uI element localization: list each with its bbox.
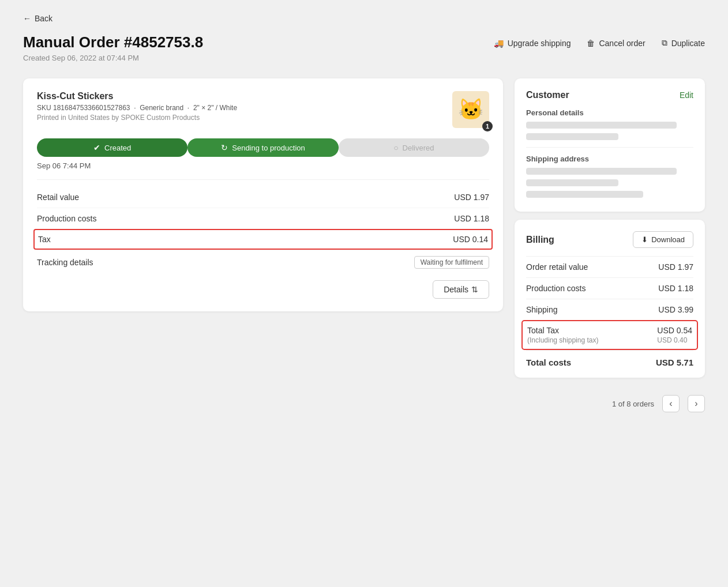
step-created-label: Created bbox=[104, 144, 131, 152]
product-card: Kiss-Cut Stickers SKU 181684753366015278… bbox=[23, 78, 503, 311]
tracking-badge: Waiting for fulfilment bbox=[414, 256, 489, 269]
truck-icon: 🚚 bbox=[494, 39, 504, 48]
download-icon: ⬇ bbox=[641, 235, 648, 244]
billing-card: Billing ⬇ Download Order retail value US… bbox=[515, 220, 705, 378]
total-costs-row: Total costs USD 5.71 bbox=[526, 350, 693, 368]
personal-details-subtitle: Personal details bbox=[526, 108, 693, 117]
trash-icon: 🗑 bbox=[587, 39, 595, 48]
total-costs-value: USD 5.71 bbox=[656, 358, 693, 367]
tax-label: Tax bbox=[38, 235, 51, 244]
clearfix: Details ⇅ bbox=[37, 274, 489, 299]
retail-value: USD 1.97 bbox=[454, 193, 489, 202]
including-shipping-label: (Including shipping tax) bbox=[527, 336, 598, 344]
step-sending-label: Sending to production bbox=[232, 144, 305, 152]
page-subtitle: Created Sep 06, 2022 at 07:44 PM bbox=[23, 54, 203, 62]
circle-icon: ○ bbox=[393, 143, 398, 152]
shipping-blur-1 bbox=[526, 168, 677, 175]
back-label: Back bbox=[35, 14, 52, 23]
shipping-label: Shipping bbox=[526, 305, 558, 314]
retail-value-label: Retail value bbox=[37, 193, 79, 202]
total-tax-value: USD 0.54 bbox=[657, 326, 692, 335]
production-costs-label: Production costs bbox=[37, 214, 97, 223]
duplicate-icon: ⧉ bbox=[662, 38, 667, 48]
order-retail-row: Order retail value USD 1.97 bbox=[526, 256, 693, 277]
cancel-order-label: Cancel order bbox=[599, 39, 645, 48]
chevron-left-icon: ‹ bbox=[669, 398, 672, 409]
total-tax-right: USD 0.54 USD 0.40 bbox=[657, 326, 692, 344]
tracking-row: Tracking details Waiting for fulfilment bbox=[37, 250, 489, 274]
upgrade-shipping-button[interactable]: 🚚 Upgrade shipping bbox=[494, 39, 571, 48]
shipping-blur-3 bbox=[526, 191, 643, 198]
total-costs-label: Total costs bbox=[526, 358, 571, 367]
billing-title: Billing bbox=[526, 235, 554, 245]
page-header: Manual Order #4852753.8 Created Sep 06, … bbox=[23, 33, 705, 62]
details-label: Details bbox=[444, 285, 468, 294]
product-title: Kiss-Cut Stickers bbox=[37, 91, 237, 101]
customer-card: Customer Edit Personal details Shipping … bbox=[515, 78, 705, 212]
pagination-next-button[interactable]: › bbox=[688, 395, 705, 412]
chevron-right-icon: › bbox=[695, 398, 697, 409]
page-title: Manual Order #4852753.8 bbox=[23, 33, 203, 51]
refresh-icon: ↻ bbox=[221, 143, 228, 152]
step-sending-production: ↻ Sending to production bbox=[187, 138, 338, 157]
product-count-badge: 1 bbox=[482, 121, 493, 131]
total-tax-label: Total Tax bbox=[527, 326, 598, 335]
pagination-text: 1 of 8 orders bbox=[612, 400, 654, 408]
upgrade-shipping-label: Upgrade shipping bbox=[508, 39, 571, 48]
step-date: Sep 06 7:44 PM bbox=[37, 161, 489, 170]
product-info: Kiss-Cut Stickers SKU 181684753366015278… bbox=[37, 91, 237, 122]
header-left: Manual Order #4852753.8 Created Sep 06, … bbox=[23, 33, 203, 62]
back-arrow-icon: ← bbox=[23, 14, 31, 23]
duplicate-label: Duplicate bbox=[671, 39, 705, 48]
right-panel: Customer Edit Personal details Shipping … bbox=[515, 78, 705, 416]
including-shipping-value: USD 0.40 bbox=[657, 336, 687, 344]
download-label: Download bbox=[651, 235, 685, 244]
cancel-order-button[interactable]: 🗑 Cancel order bbox=[587, 39, 645, 48]
order-retail-value: USD 1.97 bbox=[658, 262, 693, 272]
personal-details-blur-2 bbox=[526, 133, 618, 140]
customer-divider bbox=[526, 147, 693, 148]
product-sku: SKU 18168475336601527863 · Generic brand… bbox=[37, 104, 237, 112]
tax-row: Tax USD 0.14 bbox=[33, 229, 493, 250]
download-button[interactable]: ⬇ Download bbox=[633, 231, 693, 248]
production-costs-value: USD 1.18 bbox=[454, 214, 489, 223]
tracking-label: Tracking details bbox=[37, 258, 93, 267]
billing-production-row: Production costs USD 1.18 bbox=[526, 277, 693, 299]
product-header: Kiss-Cut Stickers SKU 181684753366015278… bbox=[37, 91, 489, 128]
step-created: ✔ Created bbox=[37, 138, 187, 157]
pagination-prev-button[interactable]: ‹ bbox=[662, 395, 680, 412]
total-tax-row: Total Tax (Including shipping tax) USD 0… bbox=[521, 320, 698, 350]
edit-customer-button[interactable]: Edit bbox=[680, 91, 693, 100]
billing-card-header: Billing ⬇ Download bbox=[526, 231, 693, 248]
header-actions: 🚚 Upgrade shipping 🗑 Cancel order ⧉ Dupl… bbox=[494, 38, 705, 48]
customer-card-header: Customer Edit bbox=[526, 90, 693, 100]
step-delivered: ○ Delivered bbox=[339, 138, 489, 157]
printed-by: Printed in United States by SPOKE Custom… bbox=[37, 114, 237, 122]
progress-steps: ✔ Created ↻ Sending to production ○ Deli… bbox=[37, 138, 489, 157]
back-link[interactable]: ← Back bbox=[23, 14, 705, 23]
details-button[interactable]: Details ⇅ bbox=[433, 280, 489, 299]
retail-value-row: Retail value USD 1.97 bbox=[37, 187, 489, 208]
duplicate-button[interactable]: ⧉ Duplicate bbox=[662, 38, 705, 48]
divider-1 bbox=[37, 179, 489, 180]
shipping-tax-sub-value: USD 0.40 bbox=[657, 336, 692, 344]
order-retail-label: Order retail value bbox=[526, 262, 588, 272]
personal-details-blur-1 bbox=[526, 122, 677, 129]
billing-production-value: USD 1.18 bbox=[658, 284, 693, 293]
chevron-updown-icon: ⇅ bbox=[471, 285, 478, 294]
check-icon: ✔ bbox=[93, 143, 100, 152]
customer-title: Customer bbox=[526, 90, 569, 100]
shipping-blur-2 bbox=[526, 179, 618, 186]
tax-value: USD 0.14 bbox=[453, 235, 488, 244]
step-delivered-label: Delivered bbox=[403, 144, 434, 152]
shipping-value: USD 3.99 bbox=[658, 305, 693, 314]
pagination: 1 of 8 orders ‹ › bbox=[515, 392, 705, 416]
production-costs-row: Production costs USD 1.18 bbox=[37, 208, 489, 229]
shipping-address-subtitle: Shipping address bbox=[526, 155, 693, 163]
including-shipping-tax-row: (Including shipping tax) bbox=[527, 336, 598, 344]
product-thumbnail: 🐱 1 bbox=[452, 91, 489, 128]
total-tax-left: Total Tax (Including shipping tax) bbox=[527, 326, 598, 344]
shipping-row: Shipping USD 3.99 bbox=[526, 299, 693, 320]
main-layout: Kiss-Cut Stickers SKU 181684753366015278… bbox=[23, 78, 705, 416]
billing-production-label: Production costs bbox=[526, 284, 586, 293]
